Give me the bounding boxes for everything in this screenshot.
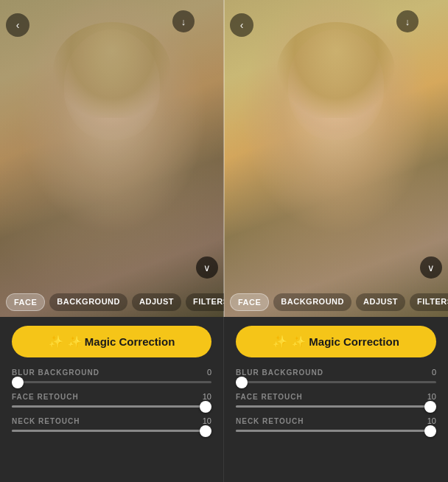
left-blur-bg-label: BLUR BACKGROUND [12, 369, 99, 377]
left-neck-retouch-header: NECK RETOUCH 10 [12, 416, 211, 425]
right-nav-arrow[interactable]: ‹ [230, 13, 253, 37]
right-blur-bg-track[interactable] [236, 381, 436, 383]
left-wand-icon: ✨ [49, 335, 63, 349]
right-face-retouch-value: 10 [427, 392, 436, 401]
right-neck-retouch-header: NECK RETOUCH 10 [236, 416, 436, 425]
right-neck-retouch-label: NECK RETOUCH [236, 417, 304, 425]
right-magic-correction-btn[interactable]: ✨ ✨ Magic Correction [236, 326, 436, 357]
left-neck-retouch-label: NECK RETOUCH [12, 417, 80, 425]
right-face-retouch-group: FACE RETOUCH 10 [236, 392, 436, 408]
left-blur-bg-value: 0 [207, 368, 211, 377]
left-tab-face[interactable]: FACE [6, 293, 45, 311]
right-blur-bg-value: 0 [432, 368, 436, 377]
controls-row: ✨ ✨ Magic Correction BLUR BACKGROUND 0 F… [0, 317, 448, 482]
right-neck-retouch-group: NECK RETOUCH 10 [236, 416, 436, 432]
right-face-retouch-header: FACE RETOUCH 10 [236, 392, 436, 401]
left-face-retouch-value: 10 [203, 392, 211, 401]
left-face-retouch-group: FACE RETOUCH 10 [12, 392, 211, 408]
left-neck-retouch-track[interactable] [12, 430, 211, 432]
right-face-retouch-label: FACE RETOUCH [236, 393, 303, 401]
right-blur-bg-header: BLUR BACKGROUND 0 [236, 368, 436, 377]
right-face-overlay [270, 22, 402, 243]
left-tab-adjust[interactable]: ADJUST [132, 293, 181, 311]
left-expand-btn[interactable]: ∨ [196, 256, 218, 279]
right-expand-btn[interactable]: ∨ [420, 256, 442, 279]
right-tab-filters[interactable]: FILTERS [410, 293, 448, 311]
right-tab-bar: FACE BACKGROUND ADJUST FILTERS [224, 293, 448, 311]
left-photo-bg [0, 0, 224, 317]
right-blur-bg-group: BLUR BACKGROUND 0 [236, 368, 436, 383]
left-magic-btn-label: ✨ Magic Correction [68, 335, 175, 349]
left-magic-correction-btn[interactable]: ✨ ✨ Magic Correction [12, 326, 211, 357]
right-neck-retouch-track[interactable] [236, 430, 436, 432]
left-blur-bg-group: BLUR BACKGROUND 0 [12, 368, 211, 383]
left-tab-background[interactable]: BACKGROUND [49, 293, 127, 311]
left-tab-bar: FACE BACKGROUND ADJUST FILTERS [0, 293, 224, 311]
left-neck-retouch-value: 10 [203, 416, 211, 425]
left-face-overlay [46, 22, 178, 243]
left-blur-bg-track[interactable] [12, 381, 211, 383]
left-tab-filters[interactable]: FILTERS [186, 293, 224, 311]
left-face-retouch-track[interactable] [12, 405, 211, 408]
photos-row: ‹ ↓ ∨ FACE BACKGROUND ADJUST FILTERS ‹ ↓… [0, 0, 448, 317]
left-nav-arrow[interactable]: ‹ [6, 13, 29, 37]
left-face-retouch-header: FACE RETOUCH 10 [12, 392, 211, 401]
right-neck-retouch-value: 10 [427, 416, 436, 425]
left-download-btn[interactable]: ↓ [172, 10, 195, 32]
left-neck-retouch-group: NECK RETOUCH 10 [12, 416, 211, 432]
right-tab-background[interactable]: BACKGROUND [273, 293, 351, 311]
right-photo-panel: ‹ ↓ ∨ FACE BACKGROUND ADJUST FILTERS [224, 0, 448, 317]
right-photo-bg [224, 0, 448, 317]
left-blur-bg-header: BLUR BACKGROUND 0 [12, 368, 211, 377]
right-blur-bg-label: BLUR BACKGROUND [236, 369, 323, 377]
left-photo-panel: ‹ ↓ ∨ FACE BACKGROUND ADJUST FILTERS [0, 0, 224, 317]
right-wand-icon: ✨ [273, 335, 287, 349]
left-controls-panel: ✨ ✨ Magic Correction BLUR BACKGROUND 0 F… [0, 317, 224, 482]
right-face-retouch-track[interactable] [236, 405, 436, 408]
panel-divider [223, 0, 225, 317]
right-tab-face[interactable]: FACE [230, 293, 269, 311]
left-face-retouch-label: FACE RETOUCH [12, 393, 79, 401]
right-tab-adjust[interactable]: ADJUST [356, 293, 405, 311]
right-magic-btn-label: ✨ Magic Correction [292, 335, 399, 349]
right-controls-panel: ✨ ✨ Magic Correction BLUR BACKGROUND 0 F… [224, 317, 448, 482]
right-download-btn[interactable]: ↓ [396, 10, 419, 32]
